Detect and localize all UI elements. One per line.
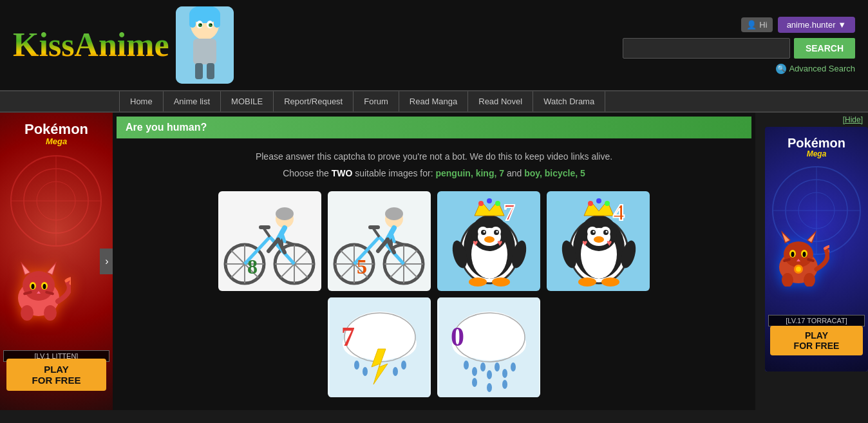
svg-point-159 xyxy=(511,362,516,371)
captcha-instruction: Choose the TWO suitable images for: peng… xyxy=(126,168,742,178)
pokemon-left-play-btn[interactable]: PLAYFOR FREE xyxy=(6,359,106,391)
captcha-description: Please answer this captcha to prove you'… xyxy=(126,151,742,162)
main-layout: Pokémon Mega xyxy=(0,113,868,410)
header-right: 👤 Hi anime.hunter ▼ SEARCH 🔍 Advanced Se… xyxy=(623,17,855,74)
svg-text:♥: ♥ xyxy=(497,238,502,248)
svg-text:7: 7 xyxy=(341,322,355,352)
svg-point-186 xyxy=(804,273,815,287)
svg-point-123 xyxy=(594,236,604,243)
svg-point-105 xyxy=(469,277,487,287)
pokemon-left-sprite xyxy=(6,256,71,333)
svg-point-144 xyxy=(401,361,406,370)
svg-text:0: 0 xyxy=(451,322,464,352)
nav-home[interactable]: Home xyxy=(119,91,164,111)
search-bar: SEARCH xyxy=(623,38,855,59)
svg-point-29 xyxy=(43,284,46,289)
advanced-search-icon: 🔍 xyxy=(776,64,786,74)
svg-rect-11 xyxy=(193,39,216,64)
nav-mobile[interactable]: MOBILE xyxy=(221,91,274,111)
pokemon-right-sprite xyxy=(768,225,829,297)
svg-point-96 xyxy=(483,230,485,232)
svg-point-158 xyxy=(502,369,507,378)
instruction-prefix: Choose the xyxy=(283,168,332,178)
svg-point-9 xyxy=(200,24,202,25)
search-input[interactable] xyxy=(623,38,790,59)
svg-point-34 xyxy=(44,305,57,321)
nav-forum[interactable]: Forum xyxy=(354,91,399,111)
svg-rect-3 xyxy=(189,12,196,28)
svg-point-54 xyxy=(276,207,294,220)
captcha-image-6[interactable]: 0 xyxy=(437,297,540,397)
left-ad[interactable]: Pokémon Mega xyxy=(0,113,113,410)
pokemon-left-badge: Pokémon Mega xyxy=(24,122,88,146)
svg-text:4: 4 xyxy=(613,200,625,225)
nav-watch-drama[interactable]: Watch Drama xyxy=(533,91,605,111)
svg-point-156 xyxy=(487,370,492,379)
greeting-text: Hi xyxy=(759,20,767,30)
svg-point-185 xyxy=(782,273,793,287)
svg-point-130 xyxy=(578,277,596,287)
left-ad-arrow[interactable]: › xyxy=(100,249,113,274)
svg-point-129 xyxy=(605,201,610,206)
advanced-search-link[interactable]: 🔍 Advanced Search xyxy=(776,64,855,74)
nav-report-request[interactable]: Report/Request xyxy=(274,91,354,111)
svg-point-128 xyxy=(596,198,601,203)
username-button[interactable]: anime.hunter ▼ xyxy=(778,17,855,33)
svg-point-161 xyxy=(487,383,492,392)
svg-point-153 xyxy=(464,361,469,370)
pokemon-right-title: Pokémon xyxy=(788,136,845,149)
svg-point-121 xyxy=(592,230,594,232)
captcha-image-5[interactable]: 7 xyxy=(328,297,431,397)
captcha-image-3[interactable]: ♥ ♥ 7 xyxy=(437,191,540,291)
nav-read-manga[interactable]: Read Manga xyxy=(399,91,468,111)
svg-point-145 xyxy=(393,367,398,376)
captcha-image-1[interactable]: 8 xyxy=(218,191,321,291)
captcha-images-bottom: 7 xyxy=(126,297,742,397)
svg-point-157 xyxy=(495,362,500,371)
pokemon-right-level: [LV.17 TORRACAT] xyxy=(768,315,865,326)
svg-point-179 xyxy=(803,252,806,257)
site-logo[interactable]: KissAnime xyxy=(13,26,169,63)
svg-rect-151 xyxy=(471,344,507,355)
svg-text:♥: ♥ xyxy=(473,238,478,248)
keyword2: boy, bicycle, 5 xyxy=(524,168,585,178)
search-button[interactable]: SEARCH xyxy=(794,38,855,59)
captcha-image-2[interactable]: 5 xyxy=(328,191,431,291)
svg-point-33 xyxy=(21,305,33,321)
svg-text:8: 8 xyxy=(247,255,258,278)
pokemon-left-mega: Mega xyxy=(24,136,88,146)
nav-read-novel[interactable]: Read Novel xyxy=(468,91,533,111)
svg-point-131 xyxy=(601,277,619,287)
captcha-image-4[interactable]: ♥ ♥ 4 xyxy=(547,191,650,291)
captcha-body: Please answer this captcha to prove you'… xyxy=(113,138,755,410)
center-content: Are you human? Please answer this captch… xyxy=(113,113,755,410)
hide-button[interactable]: [Hide] xyxy=(838,113,868,127)
pokemon-left-title: Pokémon xyxy=(24,122,88,136)
svg-point-160 xyxy=(472,378,477,387)
svg-point-97 xyxy=(496,230,498,232)
nav-anime-list[interactable]: Anime list xyxy=(164,91,221,111)
logo-area: KissAnime xyxy=(13,6,234,84)
svg-point-8 xyxy=(209,23,212,27)
svg-point-106 xyxy=(492,277,510,287)
svg-point-102 xyxy=(478,201,484,206)
svg-rect-75 xyxy=(368,225,380,229)
svg-rect-13 xyxy=(207,63,214,79)
svg-point-103 xyxy=(487,198,492,203)
svg-point-142 xyxy=(354,361,359,370)
svg-point-122 xyxy=(605,230,607,232)
instruction-mid: suitable images for: xyxy=(352,168,435,178)
svg-point-175 xyxy=(786,245,811,267)
pokemon-right-play-btn[interactable]: PLAYFOR FREE xyxy=(770,326,863,355)
logo-character xyxy=(176,6,234,84)
svg-point-154 xyxy=(472,367,477,376)
header: KissAnime xyxy=(0,0,868,90)
right-sidebar: [Hide] Pokémon Mega xyxy=(755,113,868,410)
captcha-images-top: 8 xyxy=(126,191,742,291)
svg-point-143 xyxy=(363,367,368,376)
pokemon-right-badge: Pokémon Mega xyxy=(788,136,845,158)
svg-point-162 xyxy=(502,380,507,389)
right-ad[interactable]: Pokémon Mega xyxy=(765,127,868,371)
user-icon-wrap: 👤 Hi xyxy=(741,17,772,32)
nav-bar: Home Anime list MOBILE Report/Request Fo… xyxy=(0,90,868,113)
